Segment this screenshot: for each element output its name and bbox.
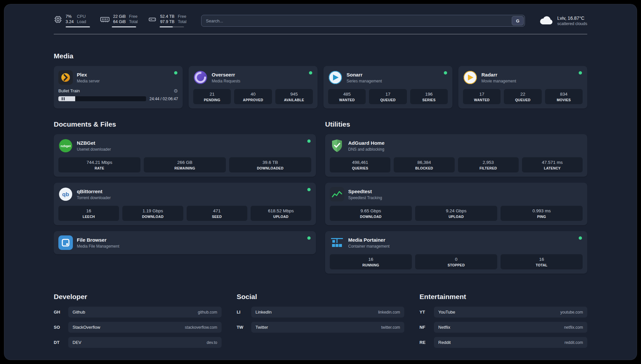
service-subtitle: Media Requests bbox=[212, 79, 240, 83]
weather-widget: Lviv, 16.87°C scattered clouds bbox=[539, 15, 587, 27]
stat-tile: 40 APPROVED bbox=[234, 89, 272, 104]
memory-usage-bar bbox=[112, 26, 136, 27]
search-input[interactable] bbox=[201, 16, 512, 25]
service-subtitle: Usenet downloader bbox=[77, 147, 111, 152]
qbittorrent-icon: qb bbox=[58, 187, 73, 201]
section-title-documents: Documents & Files bbox=[54, 120, 316, 128]
bookmark-abbr: DT bbox=[54, 340, 68, 345]
bookmark-group-entertainment: Entertainment YT YouTube youtube.com NF … bbox=[419, 293, 587, 352]
stat-tile: 16 TOTAL bbox=[501, 254, 583, 269]
disk-widget: 52.4 TB 97.9 TB Free Total bbox=[148, 14, 187, 27]
stat-tile: 86,384 BLOCKED bbox=[394, 157, 454, 172]
disk-total-label: Total bbox=[178, 19, 186, 25]
service-subtitle: Media server bbox=[77, 79, 100, 83]
bookmark-link-youtube[interactable]: YouTube youtube.com bbox=[434, 307, 587, 318]
cpu-label: CPU bbox=[77, 14, 86, 19]
stat-tile: 945 AVAILABLE bbox=[275, 89, 313, 104]
service-subtitle: Speedtest Tracking bbox=[348, 196, 382, 200]
filebrowser-icon bbox=[58, 235, 73, 250]
bookmark-row: LI LinkedIn linkedin.com bbox=[237, 307, 405, 318]
service-card-radarr[interactable]: Radarr Movie management 17 WANTED 22 QUE… bbox=[458, 66, 587, 108]
bookmark-abbr: SO bbox=[54, 325, 68, 330]
stat-tile: 485 WANTED bbox=[328, 89, 366, 104]
stat-tile: 744.21 Mbps RATE bbox=[58, 157, 140, 172]
stat-tile: 618.52 Mbps UPLOAD bbox=[251, 206, 311, 221]
service-name: NZBGet bbox=[77, 140, 111, 146]
section-title-social: Social bbox=[237, 293, 405, 301]
section-title-utilities: Utilities bbox=[325, 120, 587, 128]
stat-tile: 21 PENDING bbox=[193, 89, 231, 104]
bookmark-link-reddit[interactable]: Reddit reddit.com bbox=[434, 337, 587, 348]
disk-free-label: Free bbox=[178, 14, 186, 19]
service-subtitle: Container management bbox=[348, 244, 389, 249]
service-name: Media Portainer bbox=[348, 237, 389, 243]
service-card-qbittorrent[interactable]: qb qBittorrent Torrent downloader 16 LEE… bbox=[54, 183, 316, 225]
service-name: Speedtest bbox=[348, 189, 382, 195]
stat-tile: 0.993 ms PING bbox=[501, 206, 583, 221]
svg-text:qb: qb bbox=[62, 191, 69, 197]
portainer-icon bbox=[330, 235, 344, 250]
playback-progress-bar[interactable] bbox=[58, 96, 146, 101]
player-settings-gear-icon[interactable]: ⚙ bbox=[174, 88, 178, 93]
stat-tile: 196 SERIES bbox=[410, 89, 448, 104]
bookmark-row: TW Twitter twitter.com bbox=[237, 322, 405, 333]
stat-tile: 498,461 QUERIES bbox=[330, 157, 390, 172]
cloud-icon bbox=[539, 15, 553, 27]
service-name: File Browser bbox=[77, 237, 119, 243]
service-card-filebrowser[interactable]: File Browser Media File Management bbox=[54, 231, 316, 254]
bookmark-group-developer: Developer GH Github github.com SO StackO… bbox=[54, 293, 222, 352]
stat-tile: 9.65 Gbps DOWNLOAD bbox=[330, 206, 412, 221]
bookmark-link-dev[interactable]: DEV dev.to bbox=[68, 337, 222, 348]
bookmark-row: GH Github github.com bbox=[54, 307, 222, 318]
bookmark-link-twitter[interactable]: Twitter twitter.com bbox=[251, 322, 405, 333]
stat-tile: 1.19 Gbps DOWNLOAD bbox=[122, 206, 183, 221]
stat-tile: 17 WANTED bbox=[463, 89, 501, 104]
service-name: qBittorrent bbox=[77, 189, 111, 195]
service-subtitle: DNS and adblocking bbox=[348, 147, 384, 152]
service-subtitle: Media File Management bbox=[77, 244, 119, 249]
adguard-icon bbox=[330, 138, 344, 153]
weather-condition: scattered clouds bbox=[557, 21, 587, 26]
stat-tile: 834 MOVIES bbox=[545, 89, 583, 104]
stat-tile: 22 QUEUED bbox=[504, 89, 541, 104]
bookmark-link-github[interactable]: Github github.com bbox=[68, 307, 222, 318]
cpu-usage-value: 7% bbox=[66, 14, 74, 19]
section-title-developer: Developer bbox=[54, 293, 222, 301]
service-subtitle: Series management bbox=[347, 79, 382, 83]
service-card-sonarr[interactable]: Sonarr Series management 485 WANTED 17 Q… bbox=[323, 66, 452, 108]
service-name: Radarr bbox=[481, 72, 516, 78]
stat-tile: 16 RUNNING bbox=[330, 254, 412, 269]
stat-tile: 47.571 ms LATENCY bbox=[522, 157, 583, 172]
cpu-usage-bar bbox=[66, 26, 90, 27]
service-card-portainer[interactable]: Media Portainer Container management 16 … bbox=[325, 231, 587, 274]
service-name: AdGuard Home bbox=[348, 140, 384, 146]
service-subtitle: Movie management bbox=[481, 79, 516, 83]
bookmark-abbr: LI bbox=[237, 310, 251, 315]
topbar-divider bbox=[54, 34, 587, 34]
plex-now-playing: Bullet Train ⚙ 24:44 / 02:06:47 bbox=[58, 88, 178, 101]
utilities-column: Utilities AdGuard Home bbox=[325, 120, 587, 274]
bookmark-abbr: TW bbox=[237, 325, 251, 330]
bookmark-link-stackoverflow[interactable]: StackOverflow stackoverflow.com bbox=[68, 322, 222, 333]
service-card-overseerr[interactable]: Overseerr Media Requests 21 PENDING 40 A… bbox=[189, 66, 318, 108]
bookmark-row: SO StackOverflow stackoverflow.com bbox=[54, 322, 222, 333]
search-bar: G bbox=[201, 15, 525, 27]
disk-free-value: 52.4 TB bbox=[160, 14, 175, 19]
pause-icon[interactable] bbox=[59, 97, 67, 101]
section-title-media: Media bbox=[54, 52, 587, 60]
disk-total-value: 97.9 TB bbox=[160, 19, 175, 25]
bookmark-link-netflix[interactable]: Netflix netflix.com bbox=[434, 322, 587, 333]
bookmark-row: DT DEV dev.to bbox=[54, 337, 222, 348]
search-provider-button[interactable]: G bbox=[512, 16, 524, 25]
stat-tile: 0 STOPPED bbox=[415, 254, 497, 269]
service-card-adguard[interactable]: AdGuard Home DNS and adblocking 498,461 … bbox=[325, 134, 587, 177]
bookmark-row: RE Reddit reddit.com bbox=[419, 337, 587, 348]
service-name: Sonarr bbox=[347, 72, 382, 78]
documents-column: Documents & Files nzbget NZBGet bbox=[54, 120, 316, 274]
bookmark-link-linkedin[interactable]: LinkedIn linkedin.com bbox=[251, 307, 405, 318]
plex-icon bbox=[58, 70, 73, 85]
service-card-speedtest[interactable]: Speedtest Speedtest Tracking 9.65 Gbps D… bbox=[325, 183, 587, 225]
stat-tile: 266 GB REMAINING bbox=[144, 157, 226, 172]
service-card-nzbget[interactable]: nzbget NZBGet Usenet downloader 744.21 M… bbox=[54, 134, 316, 177]
service-card-plex[interactable]: Plex Media server Bullet Train ⚙ 2 bbox=[54, 66, 183, 108]
